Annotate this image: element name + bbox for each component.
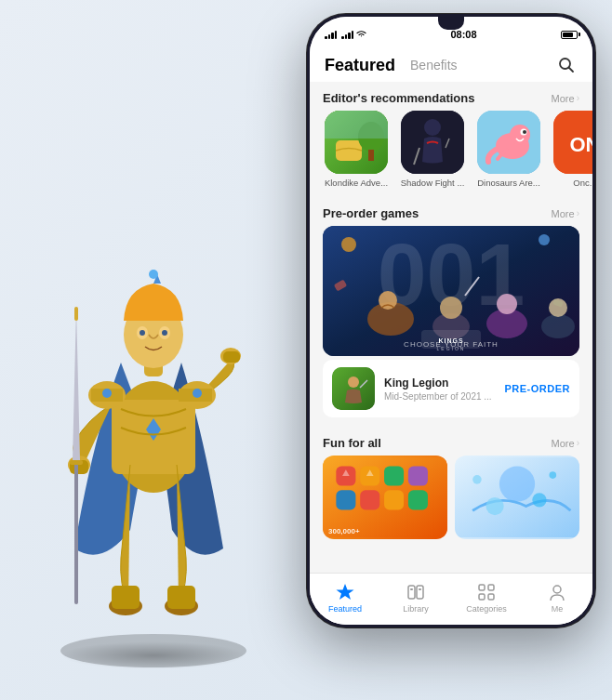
tab-benefits[interactable]: Benefits [410, 58, 458, 73]
preorder-section-title: Pre-order games [323, 206, 419, 220]
nav-library-label: Library [403, 604, 429, 614]
nav-featured-label: Featured [328, 604, 362, 614]
signal-icon [325, 30, 337, 39]
preorder-more-link[interactable]: More › [552, 208, 579, 219]
main-scroll[interactable]: Editor's recommendations More › [310, 82, 592, 573]
svg-rect-76 [360, 490, 379, 509]
editor-section-title: Editor's recommendations [323, 91, 474, 105]
wifi-icon [356, 30, 366, 40]
editor-section-header: Editor's recommendations More › [310, 82, 592, 111]
svg-rect-75 [336, 490, 355, 509]
king-legion-subtitle: Mid-September of 2021 ... [384, 391, 495, 402]
svg-rect-91 [479, 585, 485, 590]
svg-rect-7 [70, 460, 83, 465]
dinosaurs-app-name: Dinosaurs Are... [475, 178, 542, 188]
signal-icon-2 [341, 30, 353, 39]
preorder-banner[interactable]: 001 [323, 226, 579, 356]
battery-icon [561, 31, 578, 39]
library-icon [406, 582, 426, 602]
svg-rect-9 [74, 307, 78, 321]
nav-library[interactable]: Library [380, 574, 451, 621]
tab-featured[interactable]: Featured [325, 56, 395, 75]
character-figure [19, 167, 288, 669]
svg-point-23 [162, 330, 167, 336]
svg-rect-93 [479, 594, 485, 600]
preorder-more-arrow-icon: › [577, 208, 579, 218]
nav-categories-label: Categories [466, 604, 507, 614]
svg-rect-90 [419, 588, 421, 590]
svg-rect-77 [384, 490, 404, 509]
svg-rect-88 [417, 586, 423, 599]
svg-point-46 [523, 130, 526, 134]
svg-point-83 [486, 497, 504, 515]
fun-section-header: Fun for all More › [310, 427, 592, 456]
list-item[interactable] [455, 456, 579, 539]
fun-section-title: Fun for all [323, 436, 381, 450]
king-legion-name: King Legion [384, 376, 495, 390]
search-button[interactable] [555, 54, 578, 76]
me-icon [547, 582, 567, 602]
svg-point-51 [539, 234, 550, 245]
onc-app-name: Onc... [552, 178, 592, 188]
nav-me-label: Me [552, 604, 564, 614]
svg-point-39 [424, 119, 441, 136]
svg-rect-87 [408, 586, 415, 599]
svg-rect-6 [74, 456, 78, 604]
nav-featured[interactable]: Featured [310, 574, 380, 621]
dinosaurs-icon [477, 111, 540, 174]
signal-area [325, 30, 366, 40]
svg-rect-78 [408, 490, 428, 509]
preorder-section: Pre-order games More › [310, 197, 592, 417]
svg-point-58 [440, 297, 462, 319]
svg-point-82 [499, 467, 535, 502]
svg-point-63 [549, 298, 567, 317]
svg-point-84 [532, 493, 546, 507]
king-legion-info: King Legion Mid-September of 2021 ... [384, 376, 495, 402]
fun-more-link[interactable]: More › [552, 438, 579, 449]
king-legion-entry[interactable]: King Legion Mid-September of 2021 ... PR… [323, 360, 579, 417]
fun-app-1-count: 300,000+ [328, 527, 360, 535]
list-item[interactable]: Shadow Fight ... [399, 111, 466, 188]
onc-icon: ON [553, 111, 592, 174]
klondike-icon [325, 111, 388, 174]
svg-point-50 [341, 237, 356, 252]
svg-point-29 [193, 389, 202, 398]
editor-apps-row: Klondike Adve... [310, 111, 592, 197]
svg-point-22 [140, 330, 145, 336]
svg-point-85 [549, 471, 556, 479]
phone-notch [438, 17, 464, 30]
nav-me[interactable]: Me [522, 574, 592, 621]
svg-rect-73 [384, 467, 404, 486]
svg-point-62 [541, 314, 575, 338]
svg-point-28 [102, 389, 112, 398]
svg-text:ON: ON [570, 133, 593, 156]
svg-rect-36 [368, 150, 374, 161]
categories-icon [476, 582, 497, 602]
svg-rect-74 [408, 467, 428, 486]
list-item[interactable]: Dinosaurs Are... [475, 111, 542, 188]
svg-point-68 [348, 376, 359, 388]
king-legion-icon [332, 367, 375, 410]
list-item[interactable]: ON Onc... [552, 111, 592, 188]
phone-frame: 08:08 Featured Benefits [307, 14, 595, 627]
editor-more-link[interactable]: More › [552, 93, 579, 104]
shadowfight-icon [401, 111, 464, 174]
svg-point-56 [379, 291, 397, 310]
svg-rect-92 [488, 585, 494, 590]
svg-point-19 [149, 270, 158, 279]
svg-point-61 [497, 294, 517, 314]
nav-categories[interactable]: Categories [451, 574, 522, 621]
bottom-nav: Featured Library [310, 573, 592, 625]
preorder-section-header: Pre-order games More › [310, 197, 592, 226]
klondike-app-name: Klondike Adve... [323, 178, 390, 188]
svg-rect-67 [332, 367, 375, 410]
preorder-button[interactable]: PRE-ORDER [504, 383, 570, 394]
list-item[interactable]: 300,000+ [323, 456, 447, 539]
list-item[interactable]: Klondike Adve... [323, 111, 390, 188]
header-tabs: Featured Benefits [325, 56, 458, 75]
star-icon [335, 582, 355, 602]
svg-line-31 [569, 68, 574, 73]
svg-rect-11 [223, 351, 240, 363]
fun-more-arrow-icon: › [577, 438, 579, 448]
svg-rect-94 [488, 594, 494, 600]
